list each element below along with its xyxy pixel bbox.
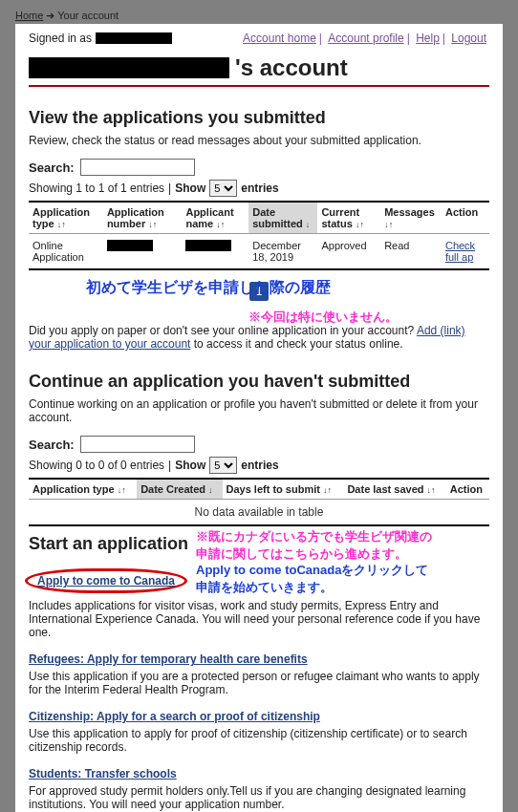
page-title: 's account bbox=[29, 54, 489, 87]
breadcrumb-arrow: ➜ bbox=[46, 10, 54, 21]
link-citizenship[interactable]: Citizenship: Apply for a search or proof… bbox=[29, 710, 320, 723]
signed-in-name-redacted bbox=[96, 32, 172, 44]
col2-date-created[interactable]: Date Created ↓ bbox=[137, 479, 222, 500]
continue-no-data: No data available in table bbox=[29, 500, 489, 526]
sort-icon: ↓↑ bbox=[427, 485, 436, 495]
submitted-search-label: Search: bbox=[29, 160, 75, 175]
start-heading: Start an application bbox=[29, 534, 188, 554]
annotation-pink-1: ※今回は特に使いません。 bbox=[248, 309, 398, 326]
signed-in-label: Signed in as bbox=[29, 32, 92, 45]
annotation-pink-2a: ※既にカナダにいる方でも学生ビザ関連の bbox=[196, 528, 489, 545]
annotation-blue-1: 初めて学生ビザを申請した際の履歴 bbox=[86, 278, 331, 298]
continue-showing: Showing 0 to 0 of 0 entries bbox=[29, 459, 164, 472]
continue-search-input[interactable] bbox=[80, 436, 195, 453]
annotation-pink-2b: 申請に関してはこちらから進めます。 bbox=[196, 545, 489, 563]
cell-date: December 18, 2019 bbox=[248, 234, 317, 270]
account-name-redacted bbox=[29, 57, 229, 78]
annotation-blue-2a: Apply to come toCanadaをクリックして bbox=[196, 562, 489, 579]
breadcrumb-home[interactable]: Home bbox=[15, 10, 43, 21]
page-title-suffix: 's account bbox=[235, 54, 348, 81]
submitted-search-input[interactable] bbox=[80, 159, 195, 176]
cell-status: Approved bbox=[317, 234, 380, 270]
cell-app-name-redacted bbox=[185, 240, 231, 251]
red-circle-highlight: Apply to come to Canada bbox=[25, 568, 187, 593]
sort-icon: ↓↑ bbox=[216, 220, 225, 229]
continue-show-select[interactable]: 5 bbox=[209, 457, 237, 474]
continue-search-label: Search: bbox=[29, 438, 75, 452]
sort-icon: ↓↑ bbox=[57, 220, 66, 229]
cell-messages: Read bbox=[380, 234, 442, 270]
col2-app-type[interactable]: Application type ↓↑ bbox=[29, 479, 137, 500]
col2-action: Action bbox=[446, 479, 489, 500]
col-messages[interactable]: Messages ↓↑ bbox=[380, 202, 442, 234]
col2-days-left[interactable]: Days left to submit ↓↑ bbox=[223, 479, 344, 500]
logout-link[interactable]: Logout bbox=[451, 32, 486, 45]
col-current-status[interactable]: Current status ↓↑ bbox=[317, 202, 380, 234]
submitted-footer-para: Did you apply on paper or don't see your… bbox=[29, 324, 489, 351]
link-apply-to-come[interactable]: Apply to come to Canada bbox=[37, 574, 175, 588]
refugees-desc: Use this application if you are a protec… bbox=[29, 670, 489, 696]
breadcrumb: Home ➜ Your account bbox=[15, 10, 503, 22]
account-home-link[interactable]: Account home bbox=[243, 32, 316, 45]
top-links: Account home| Account profile| Help| Log… bbox=[240, 32, 489, 45]
cell-app-type: Online Application bbox=[29, 234, 103, 270]
submitted-table: Application type ↓↑ Application number ↓… bbox=[29, 201, 489, 270]
sort-icon: ↓↑ bbox=[148, 220, 157, 229]
submitted-show-label: Show bbox=[175, 182, 205, 195]
submitted-showing: Showing 1 to 1 of 1 entries bbox=[29, 182, 164, 195]
students-desc: For approved study permit holders only.T… bbox=[29, 784, 489, 811]
sort-down-icon: ↓ bbox=[208, 485, 213, 495]
col-app-type[interactable]: Application type ↓↑ bbox=[29, 202, 103, 234]
sort-icon: ↓↑ bbox=[323, 485, 332, 495]
continue-table: Application type ↓↑ Date Created ↓ Days … bbox=[29, 478, 489, 526]
breadcrumb-current: Your account bbox=[57, 10, 119, 21]
continue-show-label: Show bbox=[175, 459, 205, 472]
sort-down-icon: ↓ bbox=[306, 220, 311, 229]
submitted-entries-label: entries bbox=[241, 182, 278, 195]
table-row: Online Application December 18, 2019 App… bbox=[29, 234, 489, 270]
citizenship-desc: Use this application to apply for proof … bbox=[29, 727, 489, 754]
sort-icon: ↓↑ bbox=[384, 220, 393, 229]
account-profile-link[interactable]: Account profile bbox=[328, 32, 403, 45]
col2-date-saved[interactable]: Date last saved ↓↑ bbox=[343, 479, 445, 500]
annotation-blue-2b: 申請を始めていきます。 bbox=[196, 579, 489, 596]
continue-heading: Continue an application you haven't subm… bbox=[29, 372, 489, 392]
link-refugees[interactable]: Refugees: Apply for temporary health car… bbox=[29, 652, 308, 666]
submitted-show-select[interactable]: 5 bbox=[209, 180, 237, 197]
col-action: Action bbox=[442, 202, 489, 234]
submitted-desc: Review, check the status or read message… bbox=[29, 134, 489, 147]
sort-icon: ↓↑ bbox=[356, 220, 364, 229]
sort-icon: ↓↑ bbox=[118, 485, 126, 495]
link-students[interactable]: Students: Transfer schools bbox=[29, 767, 177, 780]
cell-app-number-redacted bbox=[107, 240, 153, 251]
help-link[interactable]: Help bbox=[416, 32, 440, 45]
apply-desc: Includes applications for visitor visas,… bbox=[29, 599, 489, 639]
continue-entries-label: entries bbox=[241, 459, 278, 472]
col-app-name[interactable]: Applicant name ↓↑ bbox=[182, 202, 248, 234]
col-app-number[interactable]: Application number ↓↑ bbox=[103, 202, 183, 234]
col-date-submitted[interactable]: Date submitted ↓ bbox=[248, 202, 317, 234]
cell-action-link[interactable]: Check full ap bbox=[445, 240, 475, 263]
continue-desc: Continue working on an application or pr… bbox=[29, 397, 489, 424]
submitted-heading: View the applications you submitted bbox=[29, 108, 489, 128]
